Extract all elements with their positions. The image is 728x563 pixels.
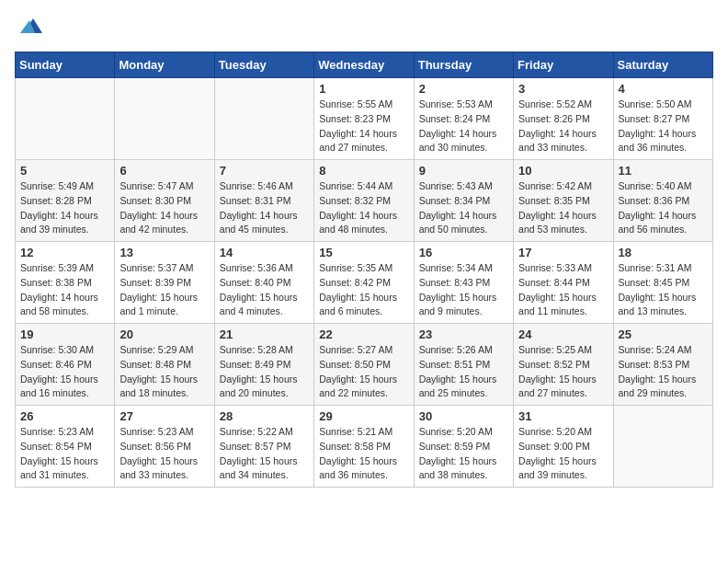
calendar-week-row: 19Sunrise: 5:30 AMSunset: 8:46 PMDayligh… [16,324,713,406]
calendar-week-row: 5Sunrise: 5:49 AMSunset: 8:28 PMDaylight… [16,160,713,242]
calendar-table: SundayMondayTuesdayWednesdayThursdayFrid… [15,52,713,488]
weekday-header: Monday [115,52,214,78]
day-info: Sunrise: 5:23 AMSunset: 8:56 PMDaylight:… [119,425,209,483]
page-header [15,15,713,40]
calendar-cell: 17Sunrise: 5:33 AMSunset: 8:44 PMDayligh… [514,242,613,324]
calendar-cell: 23Sunrise: 5:26 AMSunset: 8:51 PMDayligh… [414,324,513,406]
weekday-header: Thursday [414,52,513,78]
day-number: 7 [220,164,309,178]
calendar-header-row: SundayMondayTuesdayWednesdayThursdayFrid… [16,52,713,78]
calendar-cell: 6Sunrise: 5:47 AMSunset: 8:30 PMDaylight… [115,160,214,242]
day-info: Sunrise: 5:55 AMSunset: 8:23 PMDaylight:… [319,98,408,155]
day-number: 28 [220,409,309,423]
day-number: 9 [419,164,508,178]
day-number: 13 [119,246,209,259]
day-number: 23 [419,327,508,341]
day-info: Sunrise: 5:37 AMSunset: 8:39 PMDaylight:… [119,261,209,319]
weekday-header: Friday [514,52,613,78]
day-number: 4 [619,82,708,96]
day-number: 22 [319,327,408,341]
calendar-cell: 5Sunrise: 5:49 AMSunset: 8:28 PMDaylight… [16,160,115,242]
calendar-cell: 15Sunrise: 5:35 AMSunset: 8:42 PMDayligh… [314,242,414,324]
day-info: Sunrise: 5:25 AMSunset: 8:52 PMDaylight:… [518,343,608,401]
calendar-cell: 20Sunrise: 5:29 AMSunset: 8:48 PMDayligh… [115,324,214,406]
day-info: Sunrise: 5:35 AMSunset: 8:42 PMDaylight:… [319,261,408,319]
day-number: 10 [518,164,608,178]
day-info: Sunrise: 5:21 AMSunset: 8:58 PMDaylight:… [319,425,408,483]
day-number: 26 [20,409,109,423]
calendar-cell: 8Sunrise: 5:44 AMSunset: 8:32 PMDaylight… [314,160,414,242]
logo [15,15,42,40]
day-number: 8 [319,164,408,178]
calendar-cell: 9Sunrise: 5:43 AMSunset: 8:34 PMDaylight… [414,160,513,242]
day-info: Sunrise: 5:49 AMSunset: 8:28 PMDaylight:… [20,179,109,237]
day-info: Sunrise: 5:47 AMSunset: 8:30 PMDaylight:… [119,179,209,237]
day-info: Sunrise: 5:20 AMSunset: 8:59 PMDaylight:… [419,425,508,483]
day-info: Sunrise: 5:26 AMSunset: 8:51 PMDaylight:… [419,343,508,401]
day-info: Sunrise: 5:36 AMSunset: 8:40 PMDaylight:… [220,261,309,319]
calendar-cell: 2Sunrise: 5:53 AMSunset: 8:24 PMDaylight… [414,78,513,160]
day-number: 14 [220,246,309,259]
calendar-cell: 21Sunrise: 5:28 AMSunset: 8:49 PMDayligh… [214,324,313,406]
calendar-cell: 18Sunrise: 5:31 AMSunset: 8:45 PMDayligh… [613,242,712,324]
calendar-cell: 1Sunrise: 5:55 AMSunset: 8:23 PMDaylight… [314,78,414,160]
calendar-cell: 14Sunrise: 5:36 AMSunset: 8:40 PMDayligh… [214,242,313,324]
day-info: Sunrise: 5:30 AMSunset: 8:46 PMDaylight:… [20,343,109,401]
calendar-cell: 25Sunrise: 5:24 AMSunset: 8:53 PMDayligh… [613,324,712,406]
day-number: 17 [518,246,608,259]
calendar-week-row: 12Sunrise: 5:39 AMSunset: 8:38 PMDayligh… [16,242,713,324]
day-info: Sunrise: 5:34 AMSunset: 8:43 PMDaylight:… [419,261,508,319]
day-info: Sunrise: 5:31 AMSunset: 8:45 PMDaylight:… [619,261,708,319]
day-info: Sunrise: 5:24 AMSunset: 8:53 PMDaylight:… [619,343,708,401]
day-info: Sunrise: 5:52 AMSunset: 8:26 PMDaylight:… [518,98,608,155]
logo-icon [17,15,42,40]
weekday-header: Saturday [613,52,712,78]
day-number: 11 [619,164,708,178]
day-number: 29 [319,409,408,423]
day-info: Sunrise: 5:39 AMSunset: 8:38 PMDaylight:… [20,261,109,319]
day-number: 25 [619,327,708,341]
day-info: Sunrise: 5:43 AMSunset: 8:34 PMDaylight:… [419,179,508,237]
calendar-cell: 31Sunrise: 5:20 AMSunset: 9:00 PMDayligh… [514,406,613,488]
day-number: 6 [119,164,209,178]
calendar-week-row: 26Sunrise: 5:23 AMSunset: 8:54 PMDayligh… [16,406,713,488]
day-number: 12 [20,246,109,259]
day-info: Sunrise: 5:22 AMSunset: 8:57 PMDaylight:… [220,425,309,483]
day-number: 1 [319,82,408,96]
calendar-cell: 13Sunrise: 5:37 AMSunset: 8:39 PMDayligh… [115,242,214,324]
calendar-cell [115,78,214,160]
day-number: 21 [220,327,309,341]
calendar-cell: 28Sunrise: 5:22 AMSunset: 8:57 PMDayligh… [214,406,313,488]
day-info: Sunrise: 5:28 AMSunset: 8:49 PMDaylight:… [220,343,309,401]
weekday-header: Sunday [16,52,115,78]
calendar-cell: 27Sunrise: 5:23 AMSunset: 8:56 PMDayligh… [115,406,214,488]
calendar-cell: 24Sunrise: 5:25 AMSunset: 8:52 PMDayligh… [514,324,613,406]
day-number: 27 [119,409,209,423]
day-info: Sunrise: 5:46 AMSunset: 8:31 PMDaylight:… [220,179,309,237]
day-info: Sunrise: 5:53 AMSunset: 8:24 PMDaylight:… [419,98,508,155]
weekday-header: Tuesday [214,52,313,78]
calendar-cell [613,406,712,488]
calendar-cell: 4Sunrise: 5:50 AMSunset: 8:27 PMDaylight… [613,78,712,160]
day-info: Sunrise: 5:20 AMSunset: 9:00 PMDaylight:… [518,425,608,483]
day-number: 16 [419,246,508,259]
day-number: 15 [319,246,408,259]
calendar-cell: 19Sunrise: 5:30 AMSunset: 8:46 PMDayligh… [16,324,115,406]
day-info: Sunrise: 5:27 AMSunset: 8:50 PMDaylight:… [319,343,408,401]
calendar-cell: 30Sunrise: 5:20 AMSunset: 8:59 PMDayligh… [414,406,513,488]
day-info: Sunrise: 5:33 AMSunset: 8:44 PMDaylight:… [518,261,608,319]
calendar-cell: 29Sunrise: 5:21 AMSunset: 8:58 PMDayligh… [314,406,414,488]
day-info: Sunrise: 5:23 AMSunset: 8:54 PMDaylight:… [20,425,109,483]
calendar-cell: 10Sunrise: 5:42 AMSunset: 8:35 PMDayligh… [514,160,613,242]
calendar-body: 1Sunrise: 5:55 AMSunset: 8:23 PMDaylight… [16,78,713,488]
calendar-cell: 26Sunrise: 5:23 AMSunset: 8:54 PMDayligh… [16,406,115,488]
weekday-header: Wednesday [314,52,414,78]
calendar-cell: 22Sunrise: 5:27 AMSunset: 8:50 PMDayligh… [314,324,414,406]
day-number: 2 [419,82,508,96]
day-number: 24 [518,327,608,341]
day-info: Sunrise: 5:40 AMSunset: 8:36 PMDaylight:… [619,179,708,237]
day-number: 30 [419,409,508,423]
day-info: Sunrise: 5:42 AMSunset: 8:35 PMDaylight:… [518,179,608,237]
day-info: Sunrise: 5:29 AMSunset: 8:48 PMDaylight:… [119,343,209,401]
calendar-cell: 3Sunrise: 5:52 AMSunset: 8:26 PMDaylight… [514,78,613,160]
